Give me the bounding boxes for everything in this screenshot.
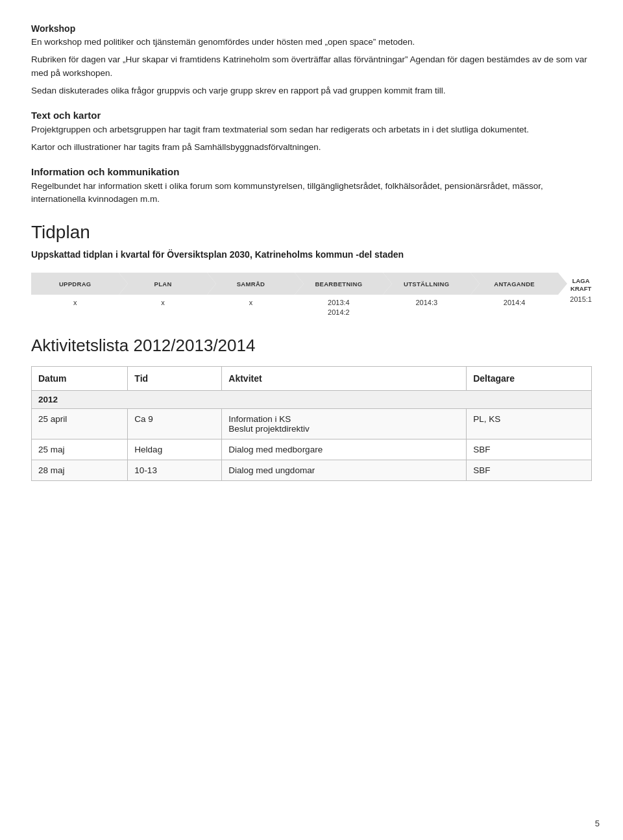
aktivitetslista-heading: Aktivitetslista 2012/2013/2014 bbox=[31, 336, 592, 356]
step-samrad-label: SAMRÅD bbox=[207, 273, 295, 295]
workshop-section: Workshop En workshop med politiker och t… bbox=[31, 23, 592, 98]
step-samrad-date: x bbox=[249, 298, 253, 317]
cell-tid: Ca 9 bbox=[128, 409, 222, 439]
table-header-row: Datum Tid Aktvitet Deltagare bbox=[32, 367, 592, 391]
col-tid: Tid bbox=[128, 367, 222, 391]
laga-kraft-label: LAGAKRAFT bbox=[570, 273, 591, 292]
process-diagram: UPPDRAG x PLAN x SAMRÅD x BEARBETNING 20… bbox=[31, 273, 592, 317]
cell-aktvitet: Information i KSBeslut projektdirektiv bbox=[222, 409, 467, 439]
page-number: 5 bbox=[595, 819, 600, 828]
step-uppdrag: UPPDRAG x bbox=[31, 273, 119, 317]
step-utstallning-label: UTSTÄLLNING bbox=[383, 273, 470, 295]
cell-aktvitet: Dialog med medborgare bbox=[222, 439, 467, 460]
step-utstallning: UTSTÄLLNING 2014:3 bbox=[383, 273, 470, 317]
step-antagande-label: ANTAGANDE bbox=[470, 273, 558, 295]
step-bearbetning-date: 2013:42014:2 bbox=[328, 298, 350, 317]
col-aktvitet: Aktvitet bbox=[222, 367, 467, 391]
text-och-kartor-para1: Projektgruppen och arbetsgruppen har tag… bbox=[31, 123, 592, 137]
col-deltagare: Deltagare bbox=[467, 367, 592, 391]
year-cell: 2012 bbox=[32, 391, 592, 409]
cell-deltagare: SBF bbox=[467, 439, 592, 460]
cell-aktvitet: Dialog med ungdomar bbox=[222, 460, 467, 481]
tidplan-subheading: Uppskattad tidplan i kvartal för Översik… bbox=[31, 249, 592, 260]
laga-kraft-date: 2015:1 bbox=[570, 295, 592, 303]
table-row: 28 maj 10-13 Dialog med ungdomar SBF bbox=[32, 460, 592, 481]
aktivitet-table: Datum Tid Aktvitet Deltagare 2012 25 apr… bbox=[31, 366, 592, 481]
step-antagande-date: 2014:4 bbox=[504, 298, 526, 317]
cell-deltagare: PL, KS bbox=[467, 409, 592, 439]
cell-tid: 10-13 bbox=[128, 460, 222, 481]
workshop-para2: Rubriken för dagen var „Hur skapar vi fr… bbox=[31, 53, 592, 80]
cell-datum: 25 maj bbox=[32, 439, 128, 460]
information-heading: Information och kommunikation bbox=[31, 166, 592, 177]
cell-deltagare: SBF bbox=[467, 460, 592, 481]
tidplan-section: Tidplan Uppskattad tidplan i kvartal för… bbox=[31, 222, 592, 317]
step-plan: PLAN x bbox=[119, 273, 206, 317]
step-uppdrag-label: UPPDRAG bbox=[31, 273, 119, 295]
information-section: Information och kommunikation Regelbunde… bbox=[31, 166, 592, 207]
cell-tid: Heldag bbox=[128, 439, 222, 460]
table-year-row: 2012 bbox=[32, 391, 592, 409]
text-och-kartor-para2: Kartor och illustrationer har tagits fra… bbox=[31, 141, 592, 154]
step-plan-label: PLAN bbox=[119, 273, 206, 295]
table-row: 25 maj Heldag Dialog med medborgare SBF bbox=[32, 439, 592, 460]
step-bearbetning: BEARBETNING 2013:42014:2 bbox=[295, 273, 382, 317]
aktivitetslista-section: Aktivitetslista 2012/2013/2014 Datum Tid… bbox=[31, 336, 592, 481]
step-plan-date: x bbox=[161, 298, 165, 317]
information-para1: Regelbundet har information skett i olik… bbox=[31, 180, 592, 207]
cell-datum: 28 maj bbox=[32, 460, 128, 481]
tidplan-heading: Tidplan bbox=[31, 222, 592, 243]
step-antagande: ANTAGANDE 2014:4 bbox=[470, 273, 558, 317]
workshop-para3: Sedan diskuterades olika frågor gruppvis… bbox=[31, 84, 592, 98]
cell-datum: 25 april bbox=[32, 409, 128, 439]
table-row: 25 april Ca 9 Information i KSBeslut pro… bbox=[32, 409, 592, 439]
step-samrad: SAMRÅD x bbox=[207, 273, 295, 317]
step-bearbetning-label: BEARBETNING bbox=[295, 273, 382, 295]
col-datum: Datum bbox=[32, 367, 128, 391]
text-och-kartor-section: Text och kartor Projektgruppen och arbet… bbox=[31, 110, 592, 154]
step-utstallning-date: 2014:3 bbox=[415, 298, 437, 317]
step-uppdrag-date: x bbox=[73, 298, 77, 317]
workshop-title: Workshop bbox=[31, 23, 592, 34]
workshop-para1: En workshop med politiker och tjänstemän… bbox=[31, 36, 592, 49]
text-och-kartor-heading: Text och kartor bbox=[31, 110, 592, 121]
